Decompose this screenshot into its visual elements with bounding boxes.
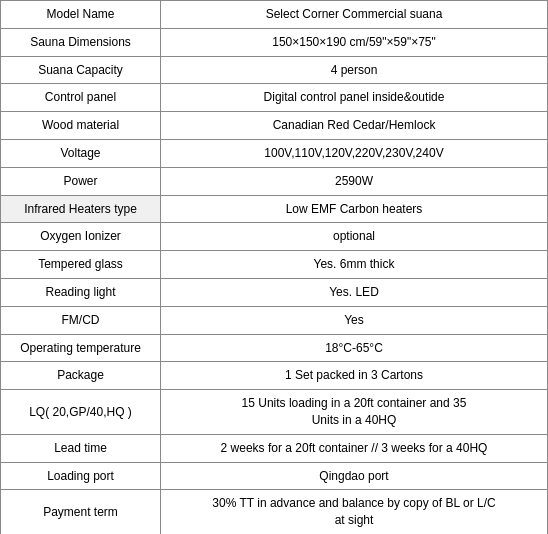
- row-value: Yes. 6mm thick: [161, 251, 548, 279]
- table-row: Suana Capacity4 person: [1, 56, 548, 84]
- specs-table: Model NameSelect Corner Commercial suana…: [0, 0, 548, 534]
- row-label: Package: [1, 362, 161, 390]
- table-row: FM/CDYes: [1, 306, 548, 334]
- row-value: Select Corner Commercial suana: [161, 1, 548, 29]
- table-row: Power2590W: [1, 167, 548, 195]
- row-value: 15 Units loading in a 20ft container and…: [161, 390, 548, 435]
- table-row: Sauna Dimensions150×150×190 cm/59"×59"×7…: [1, 28, 548, 56]
- table-row: Wood materialCanadian Red Cedar/Hemlock: [1, 112, 548, 140]
- row-label: Loading port: [1, 462, 161, 490]
- table-row: Tempered glassYes. 6mm thick: [1, 251, 548, 279]
- row-label: Model Name: [1, 1, 161, 29]
- row-label: Suana Capacity: [1, 56, 161, 84]
- row-value: Canadian Red Cedar/Hemlock: [161, 112, 548, 140]
- row-label: Lead time: [1, 434, 161, 462]
- row-label: Wood material: [1, 112, 161, 140]
- row-label: Infrared Heaters type: [1, 195, 161, 223]
- row-value: Yes: [161, 306, 548, 334]
- row-label: Oxygen Ionizer: [1, 223, 161, 251]
- row-value: 2 weeks for a 20ft container // 3 weeks …: [161, 434, 548, 462]
- row-label: Voltage: [1, 139, 161, 167]
- row-label: LQ( 20,GP/40,HQ ): [1, 390, 161, 435]
- row-value: 4 person: [161, 56, 548, 84]
- table-row: LQ( 20,GP/40,HQ )15 Units loading in a 2…: [1, 390, 548, 435]
- table-row: Loading portQingdao port: [1, 462, 548, 490]
- row-label: FM/CD: [1, 306, 161, 334]
- table-row: Voltage100V,110V,120V,220V,230V,240V: [1, 139, 548, 167]
- row-value: 150×150×190 cm/59"×59"×75": [161, 28, 548, 56]
- row-label: Control panel: [1, 84, 161, 112]
- table-row: Payment term30% TT in advance and balanc…: [1, 490, 548, 534]
- table-row: Control panelDigital control panel insid…: [1, 84, 548, 112]
- row-value: Digital control panel inside&outide: [161, 84, 548, 112]
- row-value: 30% TT in advance and balance by copy of…: [161, 490, 548, 534]
- table-row: Model NameSelect Corner Commercial suana: [1, 1, 548, 29]
- row-label: Reading light: [1, 278, 161, 306]
- row-label: Tempered glass: [1, 251, 161, 279]
- table-row: Package1 Set packed in 3 Cartons: [1, 362, 548, 390]
- row-value: Low EMF Carbon heaters: [161, 195, 548, 223]
- table-row: Operating temperature18°C-65°C: [1, 334, 548, 362]
- row-value: 18°C-65°C: [161, 334, 548, 362]
- row-label: Payment term: [1, 490, 161, 534]
- row-label: Power: [1, 167, 161, 195]
- row-value: Yes. LED: [161, 278, 548, 306]
- table-row: Infrared Heaters typeLow EMF Carbon heat…: [1, 195, 548, 223]
- row-value: 1 Set packed in 3 Cartons: [161, 362, 548, 390]
- row-value: Qingdao port: [161, 462, 548, 490]
- table-row: Lead time2 weeks for a 20ft container //…: [1, 434, 548, 462]
- table-row: Reading lightYes. LED: [1, 278, 548, 306]
- row-value: optional: [161, 223, 548, 251]
- row-value: 100V,110V,120V,220V,230V,240V: [161, 139, 548, 167]
- row-label: Operating temperature: [1, 334, 161, 362]
- table-row: Oxygen Ionizeroptional: [1, 223, 548, 251]
- row-label: Sauna Dimensions: [1, 28, 161, 56]
- row-value: 2590W: [161, 167, 548, 195]
